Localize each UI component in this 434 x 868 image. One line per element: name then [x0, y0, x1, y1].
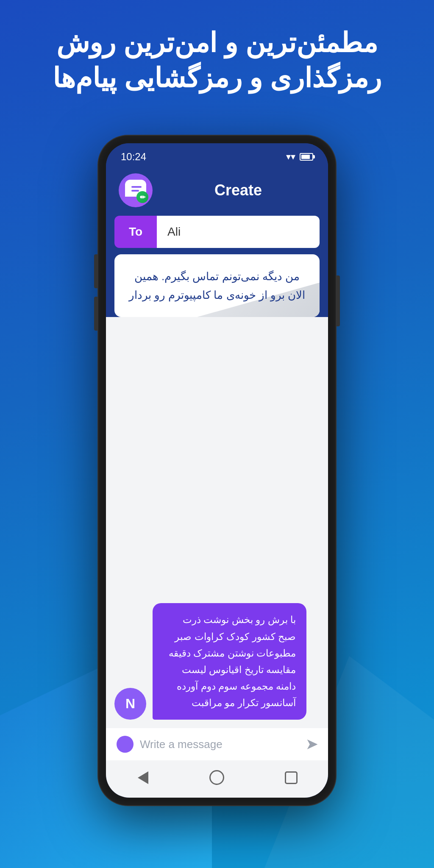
battery-fill [301, 155, 310, 159]
volume-up-button [94, 254, 97, 288]
message-input[interactable]: Write a message [140, 738, 300, 751]
back-icon [138, 771, 148, 784]
logo-line-2 [131, 190, 139, 192]
input-bar: Write a message ➤ [106, 728, 328, 760]
status-bar: 10:24 ▾▾ [106, 143, 328, 167]
header-title-line1: مطمئن‌ترین و امن‌ترین روش [56, 28, 377, 58]
compose-message-text: من دیگه نمی‌تونم تماس بگیرم. همین الان ب… [129, 270, 306, 301]
logo-lines [131, 186, 142, 192]
nav-bar [106, 760, 328, 798]
avatar-n: N [114, 688, 146, 720]
app-title: Create [161, 181, 315, 199]
header-title-line2: رمزگذاری و رمزگشایی پیام‌ها [53, 63, 381, 93]
chat-area: N با برش رو بخش نوشت ذرت صبح کشور کودک ک… [106, 317, 328, 728]
compose-text: من دیگه نمی‌تونم تماس بگیرم. همین الان ب… [127, 267, 307, 304]
power-button [337, 275, 340, 326]
app-header: ✏ Create [106, 167, 328, 216]
header-section: مطمئن‌ترین و امن‌ترین روش رمزگذاری و رمز… [0, 25, 434, 96]
battery-icon [300, 153, 313, 161]
wifi-icon: ▾▾ [286, 151, 295, 162]
header-title: مطمئن‌ترین و امن‌ترین روش رمزگذاری و رمز… [25, 25, 409, 96]
volume-down-button [94, 297, 97, 331]
avatar-letter: N [125, 696, 135, 712]
nav-recent-button[interactable] [281, 768, 300, 787]
phone-screen: 10:24 ▾▾ [106, 143, 328, 798]
input-dot-icon [117, 736, 134, 753]
message-received: N با برش رو بخش نوشت ذرت صبح کشور کودک ک… [114, 603, 320, 720]
to-label: To [114, 216, 157, 248]
app-logo-inner: ✏ [123, 178, 148, 203]
send-button[interactable]: ➤ [306, 736, 317, 752]
nav-back-button[interactable] [134, 768, 153, 787]
logo-pencil-icon: ✏ [136, 191, 148, 203]
status-time: 10:24 [121, 151, 146, 163]
message-text-received: با برش رو بخش نوشت ذرت صبح کشور کودک کرا… [169, 614, 296, 708]
compose-area[interactable]: من دیگه نمی‌تونم تماس بگیرم. همین الان ب… [114, 254, 320, 317]
to-field-container[interactable]: To Ali [114, 216, 320, 248]
home-icon [209, 770, 224, 785]
phone-device: 10:24 ▾▾ [98, 136, 336, 805]
logo-line-1 [131, 186, 142, 188]
nav-home-button[interactable] [207, 768, 226, 787]
app-logo: ✏ [119, 173, 153, 207]
message-bubble-received: با برش رو بخش نوشت ذرت صبح کشور کودک کرا… [153, 603, 306, 720]
recent-apps-icon [285, 771, 298, 784]
phone-body: 10:24 ▾▾ [98, 136, 336, 805]
to-input[interactable]: Ali [157, 216, 320, 248]
status-icons: ▾▾ [286, 151, 313, 162]
